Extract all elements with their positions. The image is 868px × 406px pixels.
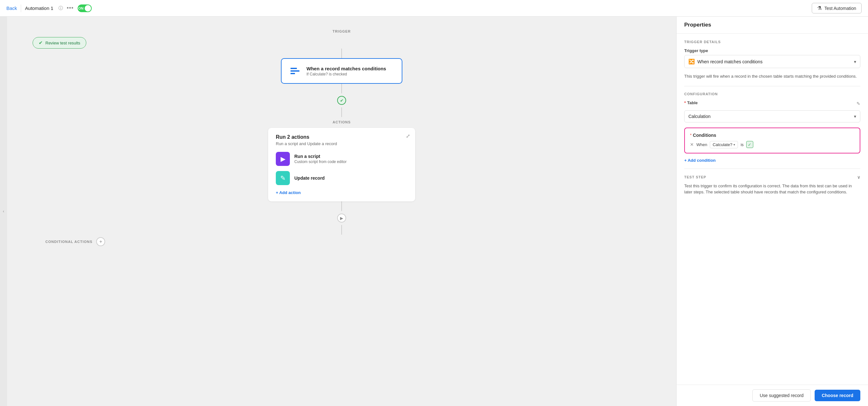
- conditional-actions-label: CONDITIONAL ACTIONS: [45, 240, 92, 244]
- play-icon: ▶: [281, 155, 285, 163]
- trigger-type-value: When record matches conditions: [698, 59, 763, 64]
- trigger-card[interactable]: When a record matches conditions If Calc…: [281, 58, 402, 84]
- trigger-card-subtitle: If Calculate? is checked: [307, 72, 395, 76]
- connector-line-3: [341, 107, 342, 117]
- table-select-wrap[interactable]: Calculation: [684, 110, 860, 122]
- condition-checkmark: ✓: [748, 142, 751, 147]
- section-divider-1: [684, 86, 860, 86]
- connector-line-2: [341, 84, 342, 93]
- add-action-button[interactable]: + Add action: [276, 190, 301, 195]
- test-step-label: TEST STEP: [684, 175, 706, 179]
- condition-remove-icon[interactable]: ✕: [690, 142, 694, 147]
- table-field-label: * Table: [684, 100, 698, 105]
- trigger-section-label: TRIGGER: [332, 29, 350, 33]
- test-automation-label: Test Automation: [824, 6, 856, 11]
- toggle-label: ON: [78, 6, 84, 10]
- add-action-label: + Add action: [276, 190, 301, 195]
- action-script-sub: Custom script from code editor: [294, 159, 346, 164]
- condition-value-checkbox[interactable]: ✓: [746, 141, 753, 148]
- actions-card-subtitle: Run a script and Update a record: [276, 141, 407, 146]
- trigger-details-section-label: TRIGGER DETAILS: [684, 40, 860, 44]
- table-value: Calculation: [688, 114, 710, 119]
- actions-section-label: ACTIONS: [333, 120, 351, 124]
- svg-rect-1: [290, 70, 300, 72]
- action-item-script[interactable]: ▶ Run a script Custom script from code e…: [276, 152, 407, 166]
- actions-card: ⤢ Run 2 actions Run a script and Update …: [268, 128, 415, 201]
- more-options-icon[interactable]: •••: [67, 5, 74, 11]
- conditions-required-star: *: [690, 133, 691, 137]
- pencil-icon: ✎: [280, 174, 286, 182]
- choose-record-button[interactable]: Choose record: [815, 390, 860, 401]
- trigger-icon: [289, 65, 301, 77]
- table-select[interactable]: Calculation: [684, 110, 860, 122]
- back-button[interactable]: Back: [6, 5, 17, 11]
- trigger-description: This trigger will fire when a record in …: [684, 73, 860, 80]
- condition-operator-text: is: [741, 142, 743, 147]
- action-script-content: Run a script Custom script from code edi…: [294, 154, 346, 164]
- action-update-title: Update record: [294, 176, 325, 181]
- panel-header: Properties: [677, 17, 868, 34]
- review-test-results-label: Review test results: [45, 40, 80, 45]
- sidebar-arrow-icon: ‹: [3, 209, 4, 214]
- expand-icon[interactable]: ⤢: [406, 133, 410, 139]
- trigger-type-select[interactable]: 🔀 When record matches conditions: [684, 55, 860, 68]
- required-star: *: [684, 100, 686, 105]
- trigger-icon-wrap: [288, 64, 302, 78]
- panel-body: TRIGGER DETAILS Trigger type 🔀 When reco…: [677, 34, 868, 384]
- condition-field-pill[interactable]: Calculate? ▾: [710, 141, 738, 148]
- on-off-toggle[interactable]: ON: [78, 4, 92, 12]
- svg-rect-2: [290, 73, 295, 74]
- action-update-content: Update record: [294, 176, 325, 181]
- add-condition-button[interactable]: + Add condition: [684, 158, 716, 163]
- left-sidebar-handle[interactable]: ‹: [0, 17, 7, 406]
- add-conditional-action-button[interactable]: +: [96, 237, 105, 246]
- toggle-wrap[interactable]: ON: [78, 4, 92, 12]
- svg-rect-0: [290, 68, 297, 69]
- actions-card-title: Run 2 actions: [276, 134, 407, 140]
- condition-when-text: When: [696, 142, 707, 147]
- review-test-results-button[interactable]: ✔ Review test results: [33, 37, 86, 49]
- update-icon-wrap: ✎: [276, 171, 290, 185]
- panel-footer: Use suggested record Choose record: [677, 384, 868, 406]
- circle-play-connector: ▶: [337, 214, 346, 222]
- topbar: Back Automation 1 ⓘ ••• ON ⚗ Test Automa…: [0, 0, 868, 17]
- toggle-knob: [85, 5, 91, 11]
- use-suggested-record-button[interactable]: Use suggested record: [752, 389, 811, 402]
- condition-field-chevron: ▾: [734, 143, 735, 147]
- table-edit-icon[interactable]: ✎: [857, 101, 860, 106]
- test-step-section: TEST STEP ∨ Test this trigger to confirm…: [684, 175, 860, 195]
- conditional-actions-row: CONDITIONAL ACTIONS +: [45, 237, 105, 246]
- trigger-card-content: When a record matches conditions If Calc…: [307, 66, 395, 76]
- trigger-card-title: When a record matches conditions: [307, 66, 395, 71]
- info-icon[interactable]: ⓘ: [59, 5, 63, 11]
- panel-title: Properties: [684, 22, 711, 28]
- divider: [21, 4, 21, 12]
- check-icon: ✔: [39, 40, 43, 46]
- connector-line-5: [341, 225, 342, 235]
- condition-field-name: Calculate?: [713, 142, 732, 147]
- conditions-header: * Conditions: [690, 133, 855, 138]
- connector-line-1: [341, 49, 342, 58]
- connector-line-4: [341, 201, 342, 211]
- trigger-type-label: Trigger type: [684, 48, 860, 53]
- circle-check-connector: ✔: [337, 96, 346, 105]
- test-step-description: Test this trigger to confirm its configu…: [684, 183, 860, 195]
- conditions-box: * Conditions ✕ When Calculate? ▾ is ✓: [684, 128, 860, 153]
- configuration-section-label: CONFIGURATION: [684, 92, 860, 96]
- test-automation-button[interactable]: ⚗ Test Automation: [812, 3, 862, 13]
- section-divider-2: [684, 168, 860, 169]
- action-script-title: Run a script: [294, 154, 346, 159]
- main-layout: ‹ TRIGGER ✔ Review test results When a r…: [0, 17, 868, 406]
- test-step-chevron-icon: ∨: [857, 175, 860, 180]
- trigger-type-icon: 🔀: [688, 59, 695, 65]
- conditions-title: Conditions: [693, 133, 716, 138]
- action-item-update[interactable]: ✎ Update record: [276, 171, 407, 185]
- flask-icon: ⚗: [817, 5, 822, 11]
- condition-row-1: ✕ When Calculate? ▾ is ✓: [690, 141, 855, 148]
- add-condition-label: + Add condition: [684, 158, 716, 163]
- test-step-toggle[interactable]: TEST STEP ∨: [684, 175, 860, 180]
- trigger-type-select-wrap[interactable]: 🔀 When record matches conditions: [684, 55, 860, 68]
- automation-name: Automation 1: [25, 5, 53, 11]
- automation-canvas: TRIGGER ✔ Review test results When a rec…: [7, 17, 676, 406]
- script-icon-wrap: ▶: [276, 152, 290, 166]
